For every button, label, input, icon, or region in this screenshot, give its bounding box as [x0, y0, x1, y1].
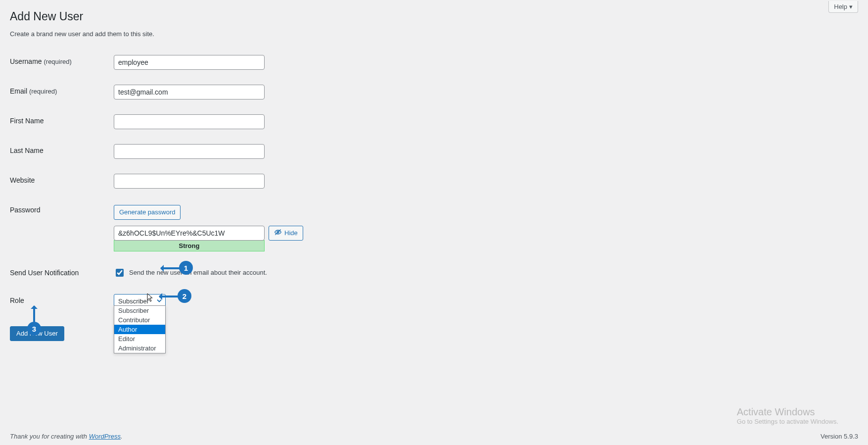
- annotation-arrow-2: [159, 296, 179, 297]
- generate-password-button[interactable]: Generate password: [114, 205, 181, 220]
- email-input[interactable]: [114, 85, 265, 99]
- caret-down-icon: ▾: [849, 3, 853, 10]
- role-dropdown: Subscriber Contributor Author Editor Adm…: [114, 305, 166, 353]
- firstname-label: First Name: [10, 117, 44, 125]
- username-label: Username: [10, 57, 42, 65]
- password-input[interactable]: [114, 226, 265, 241]
- email-required: (required): [29, 88, 57, 95]
- role-label: Role: [10, 297, 24, 304]
- password-label: Password: [10, 206, 40, 214]
- firstname-input[interactable]: [114, 114, 265, 129]
- hide-password-button[interactable]: Hide: [269, 226, 303, 241]
- username-required: (required): [44, 58, 71, 65]
- role-selected-value: Subscriber: [118, 297, 149, 305]
- annotation-arrow-1: [161, 267, 181, 269]
- notify-label: Send User Notification: [10, 269, 79, 277]
- lastname-label: Last Name: [10, 147, 44, 154]
- cursor-icon: [147, 293, 154, 303]
- role-option-author[interactable]: Author: [114, 325, 165, 334]
- windows-watermark: Activate Windows Go to Settings to activ…: [737, 406, 838, 425]
- help-label: Help: [834, 3, 847, 10]
- website-label: Website: [10, 176, 35, 184]
- page-title: Add New User: [10, 5, 858, 26]
- footer-version: Version 5.9.3: [821, 433, 858, 440]
- role-option-editor[interactable]: Editor: [114, 334, 165, 344]
- role-option-subscriber[interactable]: Subscriber: [114, 306, 165, 315]
- help-button[interactable]: Help ▾: [828, 1, 858, 13]
- notify-checkbox[interactable]: [116, 269, 124, 277]
- annotation-arrow-3: [33, 306, 35, 322]
- lastname-input[interactable]: [114, 144, 265, 159]
- annotation-badge-3: 3: [27, 322, 41, 336]
- password-strength: Strong: [114, 240, 265, 251]
- wordpress-link[interactable]: WordPress: [89, 433, 121, 440]
- footer-thanks: Thank you for creating with WordPress.: [10, 433, 123, 440]
- website-input[interactable]: [114, 174, 265, 189]
- role-option-contributor[interactable]: Contributor: [114, 315, 165, 325]
- annotation-badge-1: 1: [179, 261, 193, 275]
- username-input[interactable]: [114, 55, 265, 70]
- eye-slash-icon: [274, 228, 282, 238]
- email-label: Email: [10, 87, 27, 95]
- notify-text: Send the new user an email about their a…: [129, 269, 267, 276]
- annotation-badge-2: 2: [178, 289, 191, 303]
- page-subtitle: Create a brand new user and add them to …: [10, 30, 858, 38]
- role-option-administrator[interactable]: Administrator: [114, 344, 165, 353]
